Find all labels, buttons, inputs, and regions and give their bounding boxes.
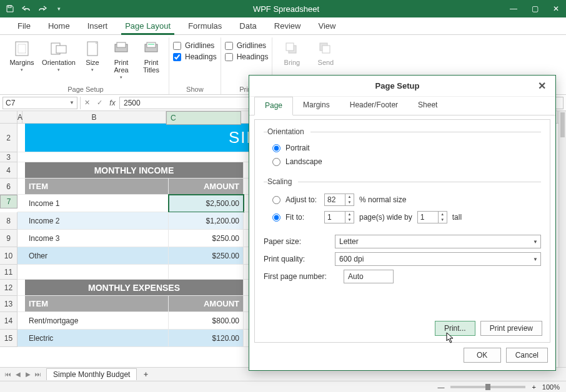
undo-icon[interactable]	[21, 4, 31, 14]
fit-to-radio[interactable]	[272, 213, 281, 222]
dialog-tab-header-footer[interactable]: Header/Footer	[340, 97, 408, 115]
active-cell[interactable]: $2,500.00	[169, 195, 244, 212]
fit-tall-spinner[interactable]: 1▲▼	[417, 211, 447, 223]
show-headings-checkbox[interactable]: Headings	[173, 52, 217, 61]
print-headings-checkbox[interactable]: Headings	[225, 52, 269, 61]
sheet-nav-first-icon[interactable]: ⏮	[4, 371, 12, 378]
scaling-fieldset: Scaling Adjust to: 82▲▼ % normal size Fi…	[264, 177, 541, 228]
tab-file[interactable]: File	[9, 17, 39, 34]
margins-button[interactable]: Margins▾	[6, 39, 37, 74]
cancel-edit-icon[interactable]: ✕	[81, 99, 93, 107]
show-gridlines-checkbox[interactable]: Gridlines	[173, 41, 217, 50]
svg-rect-7	[117, 42, 126, 47]
status-bar: — + 100%	[0, 381, 566, 392]
vertical-scrollbar[interactable]	[559, 111, 566, 367]
page-setup-dialog: Page Setup ✕ Page Margins Header/Footer …	[249, 75, 556, 371]
row-header[interactable]: 2	[0, 124, 17, 152]
tab-insert[interactable]: Insert	[79, 17, 117, 34]
sheet-nav-next-icon[interactable]: ▶	[24, 371, 32, 378]
zoom-slider[interactable]	[450, 386, 525, 388]
orientation-button[interactable]: Orientation▾	[40, 39, 77, 74]
col-header-B[interactable]: B	[22, 111, 166, 123]
save-icon[interactable]	[5, 4, 15, 14]
col-header-A[interactable]: A	[17, 111, 22, 123]
dialog-close-icon[interactable]: ✕	[538, 80, 548, 92]
add-sheet-button[interactable]: +	[139, 370, 152, 379]
app-title: WPF Spreadsheet	[64, 4, 509, 14]
name-box[interactable]: C7 ▼	[2, 97, 77, 109]
ribbon-tabs: File Home Insert Page Layout Formulas Da…	[0, 17, 566, 35]
sheet-nav-prev-icon[interactable]: ◀	[14, 371, 22, 378]
print-preview-button[interactable]: Print preview	[480, 321, 542, 336]
bring-icon	[282, 40, 301, 57]
col-header-C[interactable]: C	[166, 111, 241, 125]
minimize-icon[interactable]: —	[509, 4, 519, 13]
redo-icon[interactable]	[37, 4, 47, 14]
portrait-radio[interactable]	[272, 144, 281, 152]
ribbon-group-title: Page Setup	[6, 84, 165, 94]
zoom-out-icon[interactable]: —	[437, 383, 444, 391]
sheet-tab[interactable]: Simple Monthly Budget	[46, 368, 137, 380]
print-button[interactable]: Print...	[435, 321, 475, 336]
print-titles-icon	[142, 40, 161, 57]
svg-rect-14	[322, 46, 330, 53]
svg-rect-1	[16, 42, 28, 56]
paper-size-select[interactable]: Letter▼	[335, 235, 541, 248]
send-button[interactable]: Send	[310, 39, 341, 67]
bring-button[interactable]: Bring	[276, 39, 307, 67]
print-gridlines-checkbox[interactable]: Gridlines	[225, 41, 269, 50]
orientation-fieldset: Orientation Portrait Landscape	[264, 127, 541, 171]
title-bar: ▾ WPF Spreadsheet — ▢ ✕	[0, 0, 566, 17]
confirm-edit-icon[interactable]: ✓	[93, 99, 106, 107]
fx-icon[interactable]: fx	[106, 99, 119, 107]
zoom-label: 100%	[542, 383, 560, 391]
section-header-expenses[interactable]: MONTHLY EXPENSES	[25, 280, 244, 296]
svg-rect-0	[8, 6, 11, 7]
cell-item[interactable]: Income 1	[25, 195, 169, 212]
svg-rect-4	[56, 46, 66, 53]
print-titles-button[interactable]: Print Titles	[137, 39, 165, 75]
print-quality-select[interactable]: 600 dpi▼	[335, 252, 541, 266]
cancel-button[interactable]: Cancel	[506, 348, 548, 363]
chevron-down-icon[interactable]: ▼	[69, 100, 74, 105]
section-header-income[interactable]: MONTHLY INCOME	[25, 162, 244, 179]
size-icon	[83, 40, 102, 57]
landscape-radio[interactable]	[272, 158, 281, 166]
ribbon-group-page-setup: Margins▾ Orientation▾ Size▾ Print Area▾ …	[2, 37, 169, 94]
zoom-in-icon[interactable]: +	[532, 383, 535, 391]
send-icon	[316, 40, 335, 57]
svg-rect-12	[286, 43, 294, 51]
dialog-tab-sheet[interactable]: Sheet	[408, 97, 447, 115]
svg-rect-5	[87, 42, 97, 56]
tab-view[interactable]: View	[309, 17, 344, 34]
adjust-to-radio[interactable]	[272, 196, 281, 204]
print-area-button[interactable]: Print Area▾	[107, 39, 135, 81]
dialog-tab-page[interactable]: Page	[254, 97, 293, 115]
ribbon-group-show: Gridlines Headings Show	[169, 37, 221, 94]
qat-dropdown-icon[interactable]: ▾	[54, 4, 64, 14]
sheet-nav-last-icon[interactable]: ⏭	[34, 371, 42, 378]
tab-review[interactable]: Review	[266, 17, 310, 34]
size-button[interactable]: Size▾	[80, 39, 105, 74]
print-area-icon	[112, 40, 131, 57]
orientation-icon	[49, 40, 68, 57]
fit-wide-spinner[interactable]: 1▲▼	[324, 211, 354, 223]
margins-icon	[12, 40, 31, 57]
dialog-tab-margins[interactable]: Margins	[293, 97, 340, 115]
ok-button[interactable]: OK	[464, 348, 501, 363]
close-icon[interactable]: ✕	[551, 4, 561, 13]
maximize-icon[interactable]: ▢	[530, 4, 540, 13]
tab-data[interactable]: Data	[231, 17, 265, 34]
tab-page-layout[interactable]: Page Layout	[116, 17, 179, 34]
svg-rect-9	[147, 42, 156, 47]
dialog-title: Page Setup	[257, 81, 538, 91]
adjust-to-spinner[interactable]: 82▲▼	[324, 194, 354, 206]
first-page-input[interactable]: Auto	[344, 270, 394, 283]
select-all-corner[interactable]	[0, 111, 17, 123]
tab-home[interactable]: Home	[39, 17, 79, 34]
tab-formulas[interactable]: Formulas	[179, 17, 231, 34]
